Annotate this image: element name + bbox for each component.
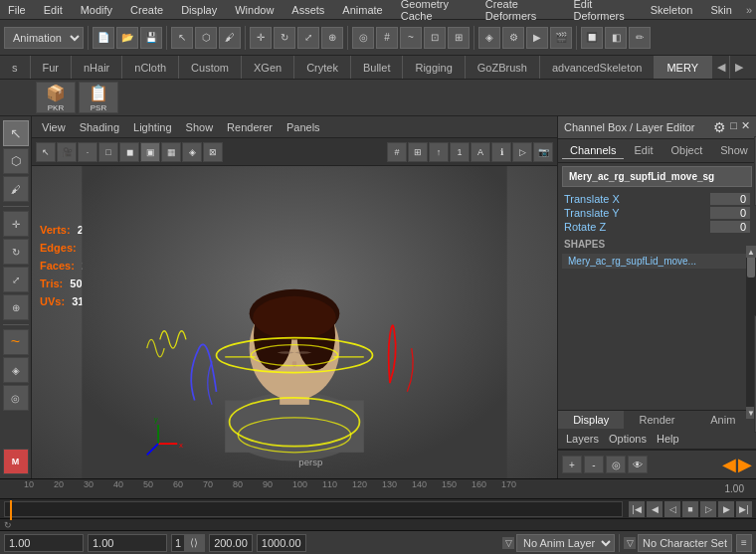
menu-skin[interactable]: Skin bbox=[706, 4, 735, 16]
char-set-button[interactable]: No Character Set bbox=[638, 534, 732, 552]
layer-vis-btn[interactable]: 👁 bbox=[628, 456, 648, 473]
paint-btn[interactable]: ✏ bbox=[629, 27, 651, 49]
tab-s[interactable]: s bbox=[0, 56, 31, 79]
vp-shaded-btn[interactable]: ◼ bbox=[119, 142, 139, 162]
play-btn[interactable]: ▷ bbox=[700, 501, 716, 517]
open-file-btn[interactable]: 📂 bbox=[116, 27, 138, 49]
soft-sel-btn[interactable]: ◎ bbox=[352, 27, 374, 49]
move-btn[interactable]: ✛ bbox=[250, 27, 272, 49]
vp-shaded-tex-btn[interactable]: ▣ bbox=[140, 142, 160, 162]
cb-shapes-value[interactable]: Mery_ac_rg_supfLid_move... bbox=[562, 254, 752, 269]
anim-layer-select[interactable]: No Anim Layer bbox=[516, 534, 615, 552]
pkg-pkr[interactable]: 📦 PKR bbox=[36, 82, 76, 113]
tab-crytek[interactable]: Crytek bbox=[294, 56, 351, 79]
rivet-tool[interactable]: ◎ bbox=[3, 385, 29, 411]
vp-panels-menu[interactable]: Panels bbox=[281, 119, 326, 135]
paint-select-tool[interactable]: 🖌 bbox=[3, 176, 29, 202]
new-file-btn[interactable]: 📄 bbox=[93, 27, 114, 49]
universal-btn[interactable]: ⊕ bbox=[321, 27, 343, 49]
tab-custom[interactable]: Custom bbox=[179, 56, 242, 79]
vp-shaded-wire-btn[interactable]: ▦ bbox=[161, 142, 181, 162]
vp-aa-btn[interactable]: A bbox=[471, 142, 490, 162]
vp-subdiv-btn[interactable]: ⊞ bbox=[408, 142, 428, 162]
loop-btn[interactable]: ↻ bbox=[4, 520, 12, 530]
vp-playblast-btn[interactable]: ▷ bbox=[512, 142, 532, 162]
tab-arrow-left[interactable]: ◀ bbox=[711, 56, 729, 79]
universal-tool[interactable]: ⊕ bbox=[3, 294, 29, 320]
tab-mery[interactable]: MERY bbox=[655, 56, 711, 79]
vp-lighting-menu[interactable]: Lighting bbox=[127, 119, 178, 135]
lasso-tool[interactable]: ⬡ bbox=[3, 148, 29, 174]
tab-gozbrush[interactable]: GoZBrush bbox=[466, 56, 540, 79]
menu-create-deformers[interactable]: Create Deformers bbox=[481, 0, 560, 22]
timeline-bar[interactable]: |◀ ◀ ◁ ■ ▷ ▶ ▶| bbox=[0, 499, 756, 519]
scale-btn[interactable]: ⤢ bbox=[297, 27, 319, 49]
vp-show-menu[interactable]: Show bbox=[180, 119, 220, 135]
menu-create[interactable]: Create bbox=[126, 4, 167, 16]
vp-wire-btn[interactable]: □ bbox=[98, 142, 118, 162]
step-fwd-btn[interactable]: ▶ bbox=[718, 501, 734, 517]
vp-hud-btn[interactable]: ℹ bbox=[491, 142, 511, 162]
curve-tool[interactable]: ~ bbox=[3, 329, 29, 355]
snap-grid-btn[interactable]: # bbox=[376, 27, 398, 49]
save-file-btn[interactable]: 💾 bbox=[140, 27, 162, 49]
layer-arrow-left[interactable]: ◀ bbox=[722, 454, 736, 475]
layer-tab-render[interactable]: Render bbox=[624, 411, 689, 429]
tab-xgen[interactable]: XGen bbox=[242, 56, 294, 79]
move-tool[interactable]: ✛ bbox=[3, 211, 29, 237]
timeline-track[interactable] bbox=[4, 501, 623, 517]
cb-attr-translatex-val[interactable]: 0 bbox=[710, 193, 750, 205]
menu-edit[interactable]: Edit bbox=[40, 4, 67, 16]
menu-edit-deformers[interactable]: Edit Deformers bbox=[569, 0, 636, 22]
go-end-btn[interactable]: ▶| bbox=[736, 501, 752, 517]
vp-normals-btn[interactable]: ↑ bbox=[429, 142, 449, 162]
rotate-tool[interactable]: ↻ bbox=[3, 239, 29, 265]
menu-assets[interactable]: Assets bbox=[287, 4, 328, 16]
timeline-ruler[interactable]: 10 20 30 40 50 60 70 80 90 100 110 120 1… bbox=[0, 479, 756, 499]
cb-tab-edit[interactable]: Edit bbox=[626, 142, 661, 159]
render-btn[interactable]: 🎬 bbox=[550, 27, 572, 49]
vp-resolution-btn[interactable]: 1 bbox=[450, 142, 470, 162]
sculpt-tool[interactable]: ◈ bbox=[3, 357, 29, 383]
layer-tab-display[interactable]: Display bbox=[558, 411, 624, 429]
cb-float-btn[interactable]: □ bbox=[730, 119, 737, 135]
snap-view-btn[interactable]: ⊞ bbox=[448, 27, 470, 49]
history-btn[interactable]: ◈ bbox=[478, 27, 500, 49]
status-last-btn[interactable]: ≡ bbox=[736, 534, 752, 552]
char-set-icon[interactable]: ▽ bbox=[624, 537, 636, 549]
menu-geometry-cache[interactable]: Geometry Cache bbox=[397, 0, 472, 22]
step-back-btn[interactable]: ◀ bbox=[647, 501, 662, 517]
lasso-tool-btn[interactable]: ⬡ bbox=[195, 27, 217, 49]
stop-btn[interactable]: ■ bbox=[682, 501, 698, 517]
go-start-btn[interactable]: |◀ bbox=[629, 501, 645, 517]
layer-solo-btn[interactable]: ◎ bbox=[606, 456, 626, 473]
menu-animate[interactable]: Animate bbox=[338, 4, 386, 16]
tab-arrow-right[interactable]: ▶ bbox=[729, 56, 747, 79]
cb-tab-channels[interactable]: Channels bbox=[562, 142, 624, 159]
tab-fur[interactable]: Fur bbox=[31, 56, 73, 79]
vp-points-btn[interactable]: · bbox=[78, 142, 97, 162]
menu-display[interactable]: Display bbox=[177, 4, 221, 16]
tab-rigging[interactable]: Rigging bbox=[403, 56, 465, 79]
vp-xray-btn[interactable]: ◈ bbox=[182, 142, 202, 162]
frame-arrows[interactable]: ⟨⟩ bbox=[184, 535, 204, 551]
menu-skeleton[interactable]: Skeleton bbox=[647, 4, 697, 16]
cb-attr-translatey-val[interactable]: 0 bbox=[710, 207, 750, 219]
mode-dropdown[interactable]: Animation bbox=[4, 27, 84, 49]
layer-menu-layers[interactable]: Layers bbox=[562, 431, 603, 447]
paint-sel-btn[interactable]: 🖌 bbox=[219, 27, 241, 49]
cb-attr-rotatez-val[interactable]: 0 bbox=[710, 221, 750, 233]
pkg-psr[interactable]: 📋 PSR bbox=[79, 82, 118, 113]
tab-bullet[interactable]: Bullet bbox=[351, 56, 404, 79]
layer-arrow-right[interactable]: ▶ bbox=[738, 454, 752, 475]
cb-tab-show[interactable]: Show bbox=[712, 142, 756, 159]
layer-menu-help[interactable]: Help bbox=[653, 431, 683, 447]
select-tool-btn[interactable]: ↖ bbox=[171, 27, 193, 49]
vp-snapshot-btn[interactable]: 📷 bbox=[533, 142, 553, 162]
vp-cam-btn[interactable]: 🎥 bbox=[57, 142, 77, 162]
vp-shading-menu[interactable]: Shading bbox=[74, 119, 125, 135]
snap-point-btn[interactable]: ⊡ bbox=[424, 27, 446, 49]
menu-file[interactable]: File bbox=[4, 4, 30, 16]
status-end-field[interactable]: 1000.00 bbox=[257, 534, 306, 552]
vp-grid-btn[interactable]: # bbox=[387, 142, 407, 162]
